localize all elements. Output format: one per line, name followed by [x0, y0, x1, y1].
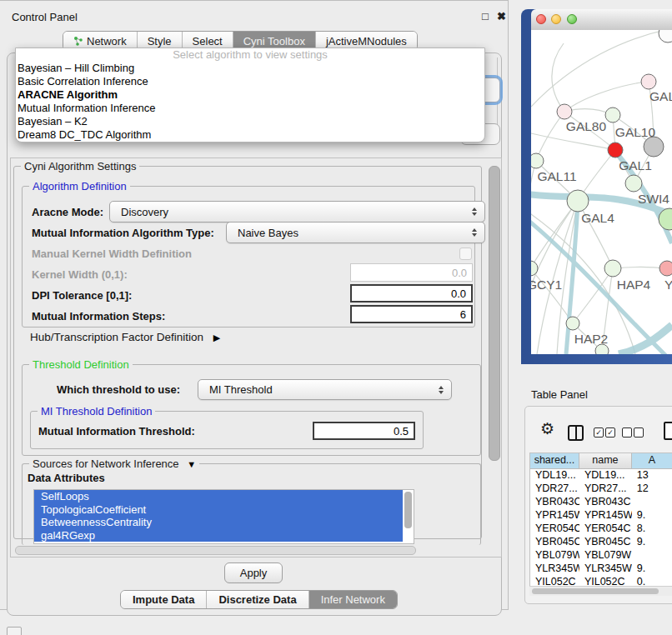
expand-arrow-icon[interactable]: ▶ [213, 332, 220, 343]
table-row[interactable]: YER054CYER054C8. [530, 522, 672, 536]
node-label: GAL1 [619, 158, 652, 172]
network-node-y[interactable] [659, 261, 672, 276]
kernel-width-field[interactable] [350, 263, 473, 282]
close-window-icon[interactable]: ✖ [497, 10, 506, 22]
dpi-tolerance-field[interactable] [350, 284, 473, 302]
vertical-scrollbar[interactable] [489, 166, 500, 461]
network-node-gcy1[interactable] [531, 261, 538, 276]
attribute-list-item[interactable]: SelfLoops [34, 490, 403, 503]
network-node-gal[interactable] [641, 74, 656, 89]
aracne-mode-select[interactable]: Discovery [109, 201, 485, 222]
node-table[interactable]: shared...nameA YDL19...YDL19...13YDR27..… [529, 452, 672, 587]
mi-algorithm-type-select[interactable]: Naive Bayes [226, 222, 485, 243]
node-label: Y [664, 278, 672, 292]
mi-algorithm-type-label: Mutual Information Algorithm Type: [32, 227, 214, 239]
attribute-list-item[interactable]: BetweennessCentrality [34, 516, 403, 529]
minimize-traffic-light-icon[interactable] [551, 14, 561, 24]
table-cell [632, 549, 672, 562]
algorithm-option[interactable]: Bayesian – Hill Climbing [16, 62, 484, 75]
popup-placeholder: Select algorithm to view settings [16, 48, 484, 62]
network-node-gal1[interactable] [608, 142, 623, 158]
sources-toggle[interactable]: Sources for Network Inference ▼ [29, 458, 199, 470]
checked-box-icon[interactable]: ✓ [605, 428, 615, 438]
group-title: MI Threshold Definition [38, 405, 155, 418]
screen: { "window": { "title": "Control Panel", … [0, 0, 672, 635]
table-cell: YER054C [530, 522, 579, 536]
sources-title: Sources for Network Inference [33, 458, 179, 470]
manual-kernel-width-label: Manual Kernel Width Definition [32, 248, 192, 260]
column-header[interactable]: shared... [530, 453, 579, 468]
network-node[interactable] [644, 137, 664, 157]
attribute-list-item[interactable]: TopologicalCoefficient [34, 503, 403, 517]
algorithm-option[interactable]: Dream8 DC_TDC Algorithm [16, 128, 484, 142]
unchecked-box-icon[interactable] [634, 428, 644, 438]
tab-label: jActiveMNodules [326, 35, 407, 48]
table-cell: 12 [632, 482, 672, 496]
mi-threshold-field[interactable] [313, 422, 415, 440]
tab-impute-data[interactable]: Impute Data [121, 591, 206, 608]
table-cell: YPR145W [579, 509, 632, 522]
algorithm-option[interactable]: Basic Correlation Inference [16, 75, 484, 88]
float-window-icon[interactable]: □ [482, 10, 489, 22]
network-node-hap4[interactable] [604, 260, 621, 277]
gear-icon[interactable]: ⚙ [540, 421, 554, 437]
network-canvas[interactable]: GALGAL80GAL10GAL1GAL11SWI4GAL4GCY1HAP4YH… [531, 30, 672, 354]
network-node-hap2[interactable] [566, 317, 579, 330]
table-row[interactable]: YDL19...YDL19...13 [530, 469, 672, 482]
tab-infer-network[interactable]: Infer Network [308, 591, 397, 608]
list-scrollbar[interactable] [404, 492, 412, 528]
checked-box-icon[interactable]: ✓ [594, 428, 604, 438]
attribute-list-item[interactable]: gal4RGexp [34, 529, 403, 542]
network-window-titlebar[interactable] [531, 9, 672, 31]
hub-definition-toggle[interactable]: Hub/Transcription Factor Definition ▶ [30, 331, 220, 343]
apply-button[interactable]: Apply [224, 562, 283, 583]
manual-kernel-width-checkbox[interactable] [459, 248, 472, 260]
columns-icon[interactable] [568, 425, 584, 441]
scrollbar-thumb[interactable] [532, 588, 659, 594]
table-cell: 9. [632, 536, 672, 549]
close-traffic-light-icon[interactable] [536, 14, 546, 24]
which-threshold-value: MI Threshold [209, 383, 273, 396]
zoom-traffic-light-icon[interactable] [567, 14, 577, 24]
network-node-gal80[interactable] [557, 104, 572, 119]
which-threshold-select[interactable]: MI Threshold [198, 379, 452, 400]
which-threshold-label: Which threshold to use: [57, 383, 180, 396]
column-header[interactable]: A [632, 453, 672, 468]
kernel-width-label: Kernel Width (0,1): [32, 268, 128, 281]
table-row[interactable]: YDR27...YDR27...12 [530, 482, 672, 496]
network-node[interactable] [659, 30, 672, 42]
window-title: Control Panel [12, 11, 78, 23]
corner-widget[interactable] [7, 627, 22, 635]
network-graph[interactable]: GALGAL80GAL10GAL1GAL11SWI4GAL4GCY1HAP4YH… [531, 30, 672, 354]
table-header: shared...nameA [530, 453, 672, 469]
network-node-gal11[interactable] [531, 153, 544, 168]
algorithm-option[interactable]: Bayesian – K2 [16, 115, 484, 128]
group-title: Threshold Definition [29, 358, 133, 371]
collapse-arrow-icon[interactable]: ▼ [187, 459, 196, 469]
horizontal-scrollbar[interactable] [15, 546, 416, 555]
table-row[interactable]: YLR345WYLR345W9. [530, 562, 672, 576]
table-horizontal-scrollbar[interactable] [529, 586, 672, 596]
mi-algorithm-type-value: Naive Bayes [238, 227, 298, 239]
network-node-swi4[interactable] [625, 175, 642, 192]
network-node-gal4[interactable] [567, 190, 589, 212]
data-attributes-list[interactable]: SelfLoopsTopologicalCoefficientBetweenne… [33, 489, 414, 544]
document-icon[interactable] [664, 422, 672, 440]
column-header[interactable]: name [579, 453, 632, 468]
tab-discretize-data[interactable]: Discretize Data [206, 591, 308, 608]
network-view-window[interactable]: GALGAL80GAL10GAL1GAL11SWI4GAL4GCY1HAP4YH… [521, 9, 672, 364]
table-row[interactable]: YPR145WYPR145W9. [530, 509, 672, 522]
table-row[interactable]: YBL079WYBL079W [530, 549, 672, 562]
table-row[interactable]: YBR045CYBR045C9. [530, 536, 672, 549]
algorithm-option[interactable]: ARACNE Algorithm [16, 88, 484, 102]
group-title: Algorithm Definition [29, 180, 130, 192]
combo-arrows-icon [439, 386, 444, 394]
network-node[interactable] [595, 344, 609, 354]
unchecked-box-icon[interactable] [622, 428, 632, 438]
network-node-gal10[interactable] [605, 108, 620, 122]
mi-steps-field[interactable] [350, 305, 473, 323]
algorithm-option[interactable]: Mutual Information Inference [16, 102, 484, 115]
node-label: GAL [649, 89, 672, 103]
table-row[interactable]: YBR043CYBR043C [530, 496, 672, 509]
table-cell: YLR345W [530, 562, 579, 576]
